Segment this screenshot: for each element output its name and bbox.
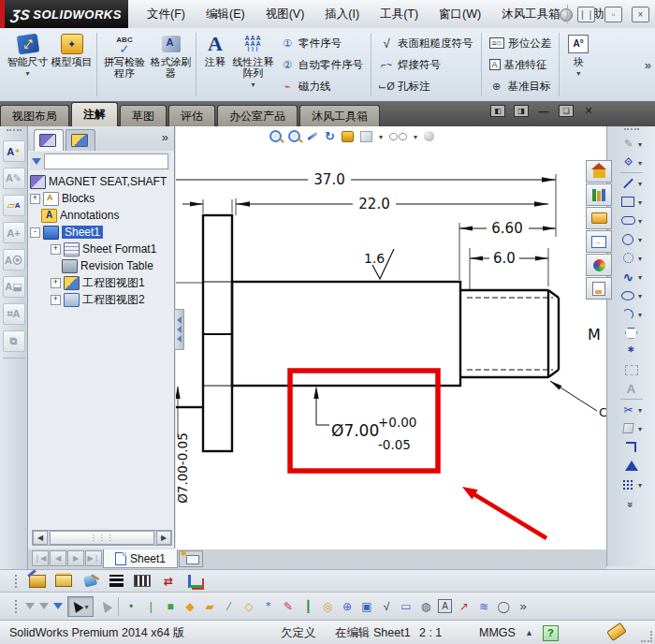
filter-funnel-icon[interactable] — [32, 158, 41, 165]
weld-symbol-button[interactable]: ⌐~ 焊接符号 — [376, 55, 476, 74]
filter-faces-icon[interactable]: ■ — [163, 599, 178, 614]
restore-window-icon[interactable]: ▫ — [604, 7, 622, 22]
dim-6-60[interactable]: 6.60 — [491, 220, 522, 237]
panel-expand-button[interactable]: » — [162, 130, 168, 144]
toolbar-grip[interactable] — [11, 575, 17, 588]
solidworks-resources-button[interactable] — [586, 160, 612, 183]
menu-tools[interactable]: 工具(T) — [371, 3, 427, 26]
scroll-left-icon[interactable]: ◀ — [33, 531, 48, 545]
units-selector[interactable]: MMGS ▲ ? — [479, 625, 559, 641]
block-button[interactable]: A° 块 ▾ — [562, 30, 594, 99]
file-explorer-button[interactable] — [586, 207, 612, 229]
tree-row-drawing-view2[interactable]: + 工程图视图2 — [51, 291, 172, 308]
toolbar-more-button[interactable]: » — [629, 494, 633, 512]
link-icon[interactable]: ⧉ — [3, 330, 25, 352]
edit-note-icon[interactable]: A✎ — [3, 168, 25, 189]
chevron-down-icon[interactable]: ▾ — [414, 133, 417, 141]
circle-tool-button[interactable]: ▾ — [620, 230, 642, 248]
filter-datum-icon[interactable]: A — [438, 599, 452, 613]
tab-mufeng-toolbox[interactable]: 沐风工具箱 — [299, 105, 380, 126]
tolerance-lower[interactable]: -0.05 — [378, 437, 411, 452]
filter-points-icon[interactable]: ＊ — [261, 599, 276, 614]
expander-plus-icon[interactable]: + — [51, 295, 61, 305]
filter-midpoint-icon[interactable]: ┃ — [300, 599, 315, 614]
side-dia-dim[interactable]: Ø7.00-0.05 — [176, 432, 190, 504]
datum-target-button[interactable]: ⊕ 基准目标 — [487, 77, 555, 95]
sketch-button[interactable]: ✎▾ — [620, 135, 642, 153]
filter-solid-icon[interactable]: ▰ — [202, 599, 217, 614]
line-thickness-button[interactable] — [107, 573, 125, 590]
sketch-warning-button[interactable] — [623, 457, 639, 475]
next-sheet-icon[interactable]: ▶ — [67, 550, 84, 566]
rectangle-tool-button[interactable]: ▾ — [620, 193, 642, 211]
expander-plus-icon[interactable]: + — [51, 278, 61, 288]
filter-sketch-icon[interactable]: ✎ — [281, 599, 296, 614]
expander-plus-icon[interactable]: + — [51, 244, 61, 255]
refresh-view-icon[interactable]: ↻ — [325, 129, 335, 143]
spline-tool-button[interactable]: ∿▾ — [620, 268, 642, 285]
tree-row-sheet-format[interactable]: + Sheet Format1 — [51, 241, 172, 257]
tab-evaluate[interactable]: 评估 — [168, 105, 215, 126]
auto-balloon-button[interactable]: ② 自动零件序号 — [277, 55, 366, 74]
spell-checker-button[interactable]: ABC✓ 拼写检验程序 — [100, 30, 149, 99]
ribbon-overflow-button[interactable]: » — [641, 30, 655, 99]
filter-balloon-icon[interactable]: ◯ — [496, 599, 511, 614]
drawing-graphics-area[interactable]: ↻ ▾ ▾ — [176, 126, 606, 550]
tab-view-layout[interactable]: 视图布局 — [0, 105, 69, 126]
menu-file[interactable]: 文件(F) — [138, 3, 194, 26]
dim-6-0[interactable]: 6.0 — [493, 250, 516, 267]
panel-splitter-handle[interactable] — [174, 309, 184, 350]
dia-callout[interactable]: Ø7.00 — [331, 421, 379, 440]
line-tool-button[interactable]: ▾ — [620, 174, 642, 192]
text-tool-button[interactable]: A — [623, 380, 639, 398]
tree-row-sheet1[interactable]: - Sheet1 — [30, 224, 172, 241]
scroll-right-icon[interactable]: ▶ — [156, 531, 171, 545]
toolbar-grip[interactable] — [7, 129, 22, 135]
offset-entities-button[interactable] — [623, 438, 639, 456]
surface-finish-button[interactable]: √ 表面粗糙度符号 — [376, 34, 476, 52]
balloon-stack-icon[interactable]: A⦿ — [3, 249, 25, 271]
line-style-button[interactable] — [133, 573, 152, 590]
tree-row-drawing-view1[interactable]: + 工程图视图1 — [51, 274, 172, 291]
expander-plus-icon[interactable]: + — [30, 194, 40, 204]
menu-mufeng-toolbox[interactable]: 沐风工具箱 — [493, 3, 569, 26]
close-document-icon[interactable]: ✕ — [582, 106, 595, 116]
layer-properties-button[interactable] — [28, 573, 47, 590]
cascade-windows-icon[interactable]: ❘❘ — [577, 7, 595, 22]
linear-note-pattern-button[interactable]: AAAAAA⌇⌇⌇ 线性注释阵列 ▾ — [231, 30, 275, 99]
model-items-button[interactable]: ✦ 模型项目 — [50, 30, 94, 99]
polygon-tool-button[interactable] — [623, 324, 639, 342]
new-note-icon[interactable]: A✦ — [3, 140, 25, 162]
geometric-tolerance-button[interactable]: ≡○ 形位公差 — [487, 34, 555, 52]
arc-tool-button[interactable]: ▾ — [620, 305, 642, 323]
previous-view-icon[interactable] — [307, 132, 318, 140]
filter-dimension-icon[interactable]: ▣ — [359, 599, 374, 614]
tab-feature-tree[interactable] — [34, 129, 64, 151]
filter-gtol-icon[interactable]: ▭ — [399, 599, 414, 614]
first-sheet-icon[interactable]: ❘◀ — [32, 550, 49, 566]
dim-37[interactable]: 37.0 — [313, 171, 344, 188]
thread-callout[interactable]: M — [588, 326, 601, 344]
prev-sheet-icon[interactable]: ◀ — [50, 550, 66, 566]
menu-insert[interactable]: 插入(I) — [316, 3, 368, 26]
tab-office-products[interactable]: 办公室产品 — [217, 105, 298, 126]
construction-geometry-button[interactable] — [623, 361, 639, 379]
datum-feature-button[interactable]: A 基准特征 — [487, 55, 555, 74]
toolbar-grip[interactable] — [624, 128, 639, 134]
format-painter-button[interactable]: 格式涂刷器 — [149, 30, 193, 99]
dock-left-icon[interactable]: ◧ — [490, 105, 505, 117]
tab-annotation[interactable]: 注解 — [71, 102, 118, 126]
toolbar-grip[interactable] — [11, 600, 17, 613]
convert-entities-button[interactable]: ▾ — [620, 419, 642, 437]
scrollbar-thumb[interactable]: ⋮⋮⋮ — [50, 531, 154, 545]
appearances-button[interactable] — [586, 254, 612, 276]
view-orientation-icon[interactable] — [360, 131, 372, 142]
sheet1-tab[interactable]: Sheet1 — [103, 549, 178, 568]
linear-pattern-button[interactable]: ▾ — [620, 476, 642, 493]
chevron-down-icon[interactable]: ▾ — [379, 133, 383, 141]
filter-weld-icon[interactable]: ↗ — [457, 599, 472, 614]
ellipse-tool-button[interactable]: ▾ — [620, 286, 642, 304]
filter-center-mark-icon[interactable]: ⊕ — [340, 599, 355, 614]
toggle-filters-icon[interactable] — [53, 603, 63, 609]
resize-grip[interactable] — [641, 631, 652, 642]
